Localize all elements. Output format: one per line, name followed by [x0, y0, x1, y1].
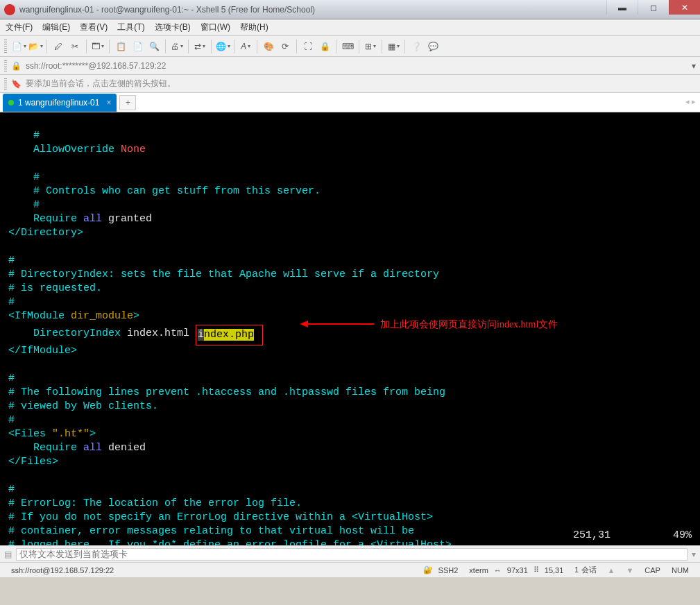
term-line: # container, error messages relating to …	[8, 525, 414, 537]
hint-text: 要添加当前会话，点击左侧的箭头按钮。	[26, 78, 176, 90]
send-target-dropdown[interactable]: ▾	[692, 549, 696, 559]
term-line: #	[8, 171, 40, 183]
status-size: 97x31	[507, 566, 528, 574]
status-sessions: 1 会话	[574, 565, 596, 575]
minimize-button[interactable]: ▬	[606, 0, 638, 15]
term-line: #	[8, 296, 15, 308]
size-icon: ↔	[494, 566, 502, 574]
fullscreen-button[interactable]: ⛶	[300, 39, 316, 54]
help-button[interactable]: ❔	[409, 39, 424, 54]
disconnect-button[interactable]: ✂	[67, 39, 83, 54]
status-protocol: SSH2	[438, 566, 459, 574]
status-cap: CAP	[644, 566, 660, 574]
menu-window[interactable]: 窗口(W)	[200, 22, 230, 33]
term-line: dir_module	[71, 310, 133, 322]
address-text[interactable]: ssh://root:********@192.168.57.129:22	[26, 61, 692, 71]
term-line: DirectoryIndex	[8, 327, 127, 339]
term-line: #	[8, 199, 40, 211]
addr-grip[interactable]	[4, 60, 7, 71]
term-line: #	[8, 255, 15, 266]
ssh-icon: 🔐	[423, 565, 433, 574]
reconnect-button[interactable]: 🖊	[51, 39, 66, 54]
layout-button[interactable]: ⊞	[363, 39, 378, 54]
term-line: all	[83, 442, 108, 454]
copy-button[interactable]: 📋	[113, 39, 128, 54]
highlight-box: index.php	[196, 325, 263, 346]
term-line: all	[83, 213, 108, 225]
cursor-pos: 251,31	[573, 529, 611, 541]
menu-view[interactable]: 查看(V)	[80, 22, 108, 33]
menu-help[interactable]: 帮助(H)	[240, 22, 268, 33]
send-bar: ▤ ▾	[0, 545, 700, 562]
annotation-arrow	[308, 323, 374, 325]
refresh-button[interactable]: ⟳	[278, 39, 293, 54]
language-button[interactable]: 🌐	[215, 39, 230, 54]
status-bar: ssh://root@192.168.57.129:22 🔐 SSH2 xter…	[0, 562, 700, 577]
lock-button[interactable]: 🔒	[317, 39, 332, 54]
close-button[interactable]: ✕	[669, 0, 700, 15]
transfer-button[interactable]: ⇄	[192, 39, 207, 54]
window-title: wangruifenglinux-01 - root@wangruifeng-0…	[19, 5, 606, 15]
term-line: #	[8, 373, 15, 384]
term-line: # ErrorLog: The location of the error lo…	[8, 497, 302, 509]
bookmark-icon[interactable]: 🔖	[11, 79, 22, 89]
menu-file[interactable]: 文件(F)	[6, 22, 33, 33]
status-num: NUM	[672, 566, 689, 574]
menu-tools[interactable]: 工具(T)	[117, 22, 144, 33]
vim-status: 251,31 49%	[573, 529, 692, 543]
tile-button[interactable]: ▦	[386, 39, 401, 54]
color-button[interactable]: 🎨	[261, 39, 276, 54]
paste-button[interactable]: 📄	[130, 39, 145, 54]
term-line: i	[198, 329, 204, 341]
new-session-button[interactable]: 📄	[11, 39, 26, 54]
term-line: #	[8, 130, 40, 142]
term-line: ".ht*"	[52, 428, 89, 440]
tab-nav[interactable]: ◂ ▸	[685, 97, 696, 106]
nav-up-icon[interactable]: ▲	[608, 566, 615, 574]
arrow-head-icon	[300, 321, 308, 327]
maximize-button[interactable]: ◻	[638, 0, 669, 15]
status-dot-icon	[8, 100, 14, 105]
tab-label: 1 wangruifenglinux-01	[18, 98, 99, 108]
keyboard-button[interactable]: ⌨	[340, 39, 355, 54]
print-button[interactable]: 🖨	[169, 39, 185, 54]
new-tab-button[interactable]: +	[119, 95, 136, 110]
term-line: # The following lines prevent .htaccess …	[8, 386, 445, 398]
menu-edit[interactable]: 编辑(E)	[42, 22, 70, 33]
terminal[interactable]: # AllowOverride None # # Controls who ca…	[0, 112, 700, 545]
term-line: #	[8, 484, 15, 495]
term-line: </Directory>	[8, 227, 83, 239]
annotation-text: 加上此项会使网页直接访问index.html文件	[380, 318, 558, 332]
status-connection: ssh://root@192.168.57.129:22	[11, 566, 114, 574]
hint-grip[interactable]	[4, 78, 7, 90]
hint-bar: 🔖 要添加当前会话，点击左侧的箭头按钮。	[0, 75, 700, 93]
toolbar: 📄 📂 🖊 ✂ 🗔 📋 📄 🔍 🖨 ⇄ 🌐 A 🎨 ⟳ ⛶ 🔒 ⌨ ⊞ ▦ ❔ …	[0, 36, 700, 57]
titlebar: wangruifenglinux-01 - root@wangruifeng-0…	[0, 0, 700, 19]
font-button[interactable]: A	[238, 39, 253, 54]
properties-button[interactable]: 🗔	[90, 39, 105, 54]
term-line: granted	[108, 213, 152, 225]
term-line: # If you do not specify an ErrorLog dire…	[8, 511, 433, 523]
menu-tabs[interactable]: 选项卡(B)	[155, 22, 191, 33]
session-tab[interactable]: 1 wangruifenglinux-01 ×	[3, 94, 117, 112]
term-line: >	[133, 310, 139, 322]
scroll-pct: 49%	[673, 529, 692, 541]
term-line: # DirectoryIndex: sets the file that Apa…	[8, 269, 439, 280]
term-line: Require	[8, 213, 83, 225]
address-dropdown[interactable]: ▾	[692, 61, 696, 71]
send-icon[interactable]: ▤	[4, 549, 12, 559]
nav-down-icon[interactable]: ▼	[626, 566, 633, 574]
term-line: # viewed by Web clients.	[8, 400, 158, 412]
open-button[interactable]: 📂	[28, 39, 43, 54]
tab-close-icon[interactable]: ×	[106, 98, 111, 108]
chat-button[interactable]: 💬	[425, 39, 441, 54]
toolbar-grip[interactable]	[4, 40, 7, 53]
send-input[interactable]	[16, 548, 688, 561]
term-line: ndex.php	[204, 329, 254, 341]
term-line: denied	[108, 442, 146, 454]
term-line: index.html	[127, 327, 196, 339]
term-line: </Files>	[8, 456, 58, 468]
find-button[interactable]: 🔍	[146, 39, 162, 54]
window-buttons: ▬ ◻ ✕	[606, 0, 700, 19]
term-line: Require	[8, 442, 83, 454]
